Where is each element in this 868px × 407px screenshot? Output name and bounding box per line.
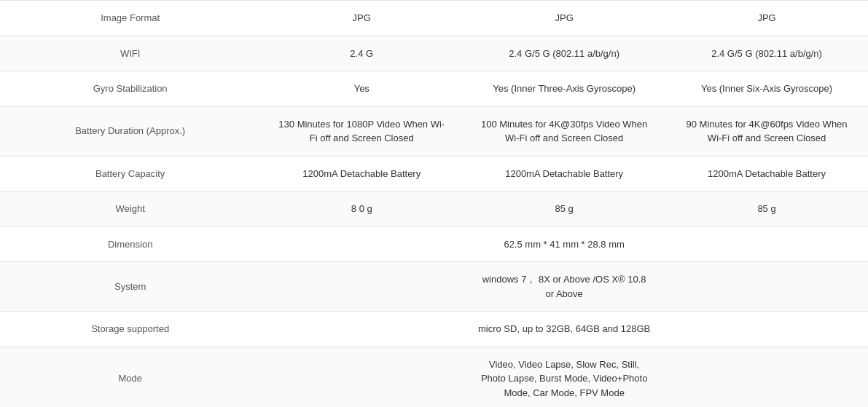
table-row: Dimension62.5 mm * 41 mm * 28.8 mm	[0, 226, 868, 262]
row-col1	[260, 312, 463, 347]
row-label: Storage supported	[0, 312, 260, 347]
row-col3	[665, 312, 868, 347]
table-row: Image FormatJPGJPGJPG	[0, 1, 868, 36]
row-col1: 1200mA Detachable Battery	[260, 156, 463, 191]
row-col3	[665, 262, 868, 312]
row-col2: windows 7， 8X or Above /OS X® 10.8 or Ab…	[463, 262, 665, 312]
row-label: Dimension	[0, 226, 260, 262]
table-row: WIFI2.4 G2.4 G/5 G (802.11 a/b/g/n)2.4 G…	[0, 36, 868, 71]
row-col2: 62.5 mm * 41 mm * 28.8 mm	[463, 226, 665, 262]
row-col3	[665, 226, 868, 262]
row-label: Mode	[0, 347, 260, 407]
row-col2: 1200mA Detachable Battery	[463, 156, 665, 191]
row-col2: micro SD, up to 32GB, 64GB and 128GB	[463, 312, 665, 347]
table-row: Storage supportedmicro SD, up to 32GB, 6…	[0, 312, 868, 347]
row-label: WIFI	[0, 36, 260, 71]
row-label: Battery Duration (Approx.)	[0, 106, 260, 156]
row-col2: Video, Video Lapse, Slow Rec, Still, Pho…	[463, 347, 665, 407]
row-col1: 130 Minutes for 1080P Video When Wi-Fi o…	[260, 106, 463, 156]
table-row: ModeVideo, Video Lapse, Slow Rec, Still,…	[0, 347, 868, 407]
row-col3: JPG	[665, 1, 868, 36]
row-col3: 90 Minutes for 4K@60fps Video When Wi-Fi…	[665, 106, 868, 156]
row-col1: Yes	[260, 71, 463, 107]
row-col1	[260, 347, 463, 407]
table-row: Weight8 0 g85 g85 g	[0, 191, 868, 227]
table-row: Gyro StabilizationYesYes (Inner Three-Ax…	[0, 71, 868, 107]
row-col3	[665, 347, 868, 407]
row-col3: Yes (Inner Six-Axis Gyroscope)	[665, 71, 868, 107]
table-row: Battery Capacity1200mA Detachable Batter…	[0, 156, 868, 191]
row-col3: 2.4 G/5 G (802.11 a/b/g/n)	[665, 36, 868, 71]
row-col1	[260, 226, 463, 262]
row-label: System	[0, 262, 260, 312]
row-label: Gyro Stabilization	[0, 71, 260, 107]
row-col1	[260, 262, 463, 312]
row-col2: JPG	[463, 1, 665, 36]
table-row: Battery Duration (Approx.)130 Minutes fo…	[0, 106, 868, 156]
row-col3: 1200mA Detachable Battery	[665, 156, 868, 191]
row-label: Battery Capacity	[0, 156, 260, 191]
row-col2: 2.4 G/5 G (802.11 a/b/g/n)	[463, 36, 665, 71]
specs-table: Image FormatJPGJPGJPGWIFI2.4 G2.4 G/5 G …	[0, 0, 868, 407]
row-col1: 2.4 G	[260, 36, 463, 71]
row-col2: 100 Minutes for 4K@30fps Video When Wi-F…	[463, 106, 665, 156]
row-col2: 85 g	[463, 191, 665, 227]
row-col1: 8 0 g	[260, 191, 463, 227]
table-row: Systemwindows 7， 8X or Above /OS X® 10.8…	[0, 262, 868, 312]
row-label: Image Format	[0, 1, 260, 36]
row-col2: Yes (Inner Three-Axis Gyroscope)	[463, 71, 665, 107]
row-col3: 85 g	[665, 191, 868, 227]
row-col1: JPG	[260, 1, 463, 36]
row-label: Weight	[0, 191, 260, 227]
